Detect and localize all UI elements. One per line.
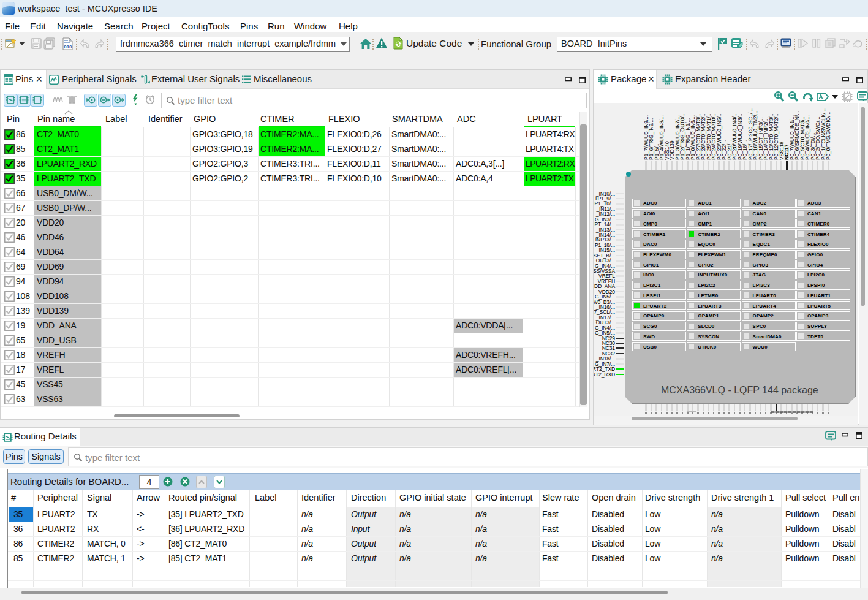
svg-text:010: 010 <box>64 44 72 50</box>
